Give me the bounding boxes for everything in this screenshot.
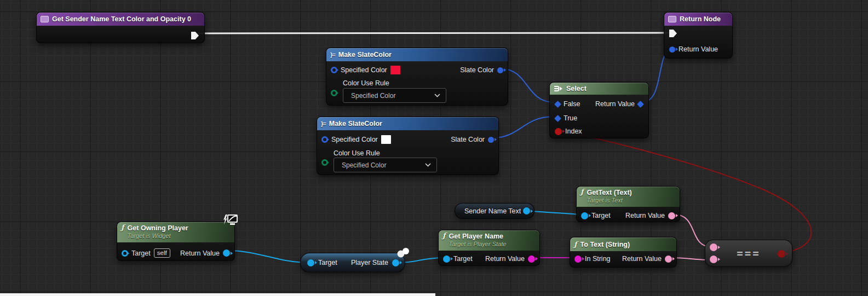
node-title: To Text (String) xyxy=(580,241,630,248)
node-title: Get Sender Name Text Color and Opacity 0 xyxy=(52,15,191,23)
pin-label: False xyxy=(564,100,580,108)
chevron-down-icon xyxy=(425,163,431,167)
pin-label: Return Value xyxy=(679,45,718,53)
color-swatch-red[interactable] xyxy=(390,66,400,74)
node-title: GetText (Text) xyxy=(587,189,632,196)
return-value-pin[interactable] xyxy=(223,249,230,257)
node-make-slatecolor-1[interactable]: }= Make SlateColor Specified Color Slate… xyxy=(326,48,508,106)
node-subtitle: Target is Player State xyxy=(449,240,507,248)
specified-color-pin[interactable] xyxy=(321,136,328,143)
self-default-value: self xyxy=(154,248,170,258)
pin-label: Specified Color xyxy=(341,66,387,74)
node-make-slatecolor-2[interactable]: }= Make SlateColor Specified Color Slate… xyxy=(317,117,499,175)
pin-label: Target xyxy=(318,259,337,266)
blueprint-graph-canvas[interactable]: Get Sender Name Text Color and Opacity 0… xyxy=(0,0,868,296)
select-icon xyxy=(554,85,563,92)
wire-sendername-to-gettext xyxy=(529,211,580,214)
function-icon: ƒ xyxy=(580,189,584,195)
in-string-pin[interactable] xyxy=(574,256,582,263)
color-use-rule-dropdown[interactable]: Specified Color xyxy=(334,158,437,172)
pin-label: Target xyxy=(131,249,151,257)
node-title: === xyxy=(737,247,760,259)
specified-color-pin[interactable] xyxy=(331,67,337,73)
color-swatch-white[interactable] xyxy=(381,135,391,144)
wire-slatecolor2-to-true xyxy=(492,117,554,138)
make-struct-icon: }= xyxy=(321,120,326,127)
node-title: Select xyxy=(566,85,587,92)
return-value-pin[interactable] xyxy=(669,47,675,53)
node-title: Return Node xyxy=(680,15,721,23)
pin-label: Return Value xyxy=(625,212,665,219)
node-get-owning-player[interactable]: ƒ Get Owning Player Target is Widget Tar… xyxy=(117,222,235,261)
output-pin[interactable] xyxy=(523,207,530,214)
true-pin[interactable] xyxy=(554,115,561,122)
dropdown-value: Specified Color xyxy=(342,161,386,169)
index-pin[interactable] xyxy=(555,128,562,135)
exec-wire xyxy=(193,33,670,33)
node-gettext[interactable]: ƒ GetText (Text) Target is Text Target R… xyxy=(576,186,680,222)
comment-bubble-icon xyxy=(396,247,411,259)
input-a-pin[interactable] xyxy=(710,243,717,251)
node-select[interactable]: Select False Return Value True Index xyxy=(549,82,649,138)
pin-label: Color Use Rule xyxy=(334,149,380,157)
wire-owningplayer-to-playerstate xyxy=(228,251,308,263)
exec-output-pin[interactable] xyxy=(191,32,199,39)
slate-color-output-pin[interactable] xyxy=(488,137,494,143)
return-value-pin[interactable] xyxy=(665,256,672,263)
client-monitor-icon xyxy=(222,213,239,227)
node-variable-sender-name-text[interactable]: Sender Name Text xyxy=(455,203,534,219)
target-pin[interactable] xyxy=(122,250,128,257)
function-entry-icon xyxy=(41,16,49,22)
exec-input-pin[interactable] xyxy=(669,30,677,37)
node-player-state[interactable]: Target Player State xyxy=(300,253,405,272)
node-title: Get Player Name xyxy=(449,233,507,240)
slate-color-output-pin[interactable] xyxy=(497,67,503,73)
function-icon: ƒ xyxy=(574,241,577,248)
pin-label: True xyxy=(564,114,577,122)
pin-label: Return Value xyxy=(180,249,220,257)
input-b-pin[interactable] xyxy=(710,256,717,263)
node-to-text[interactable]: ƒ To Text (String) In String Return Valu… xyxy=(570,237,677,268)
node-function-entry[interactable]: Get Sender Name Text Color and Opacity 0 xyxy=(36,12,205,43)
target-pin[interactable] xyxy=(443,256,450,263)
node-subtitle: Target is Widget xyxy=(128,232,188,240)
function-icon: ƒ xyxy=(442,233,446,239)
node-title: Make SlateColor xyxy=(329,120,382,127)
color-use-rule-pin[interactable] xyxy=(321,159,328,166)
pin-label: Return Value xyxy=(595,100,635,108)
target-pin[interactable] xyxy=(581,212,588,219)
function-result-icon xyxy=(668,16,676,22)
pin-label: Target xyxy=(453,255,473,263)
node-equal-text[interactable]: === xyxy=(705,240,792,267)
wire-slatecolor1-to-false xyxy=(502,69,554,102)
node-title: Get Owning Player xyxy=(128,224,188,232)
pin-label: Index xyxy=(565,127,582,135)
node-subtitle: Target is Text xyxy=(587,196,632,204)
return-value-pin[interactable] xyxy=(528,256,535,263)
pin-label: Slate Color xyxy=(451,136,485,143)
node-title: Make SlateColor xyxy=(338,51,392,59)
function-icon: ƒ xyxy=(121,224,124,231)
variable-label: Sender Name Text xyxy=(464,207,521,215)
return-value-pin[interactable] xyxy=(637,101,644,108)
pin-label: Specified Color xyxy=(331,136,378,143)
node-get-player-name[interactable]: ƒ Get Player Name Target is Player State… xyxy=(438,230,540,266)
return-value-pin[interactable] xyxy=(668,212,675,219)
pin-label: Player State xyxy=(351,259,388,266)
pin-label: Slate Color xyxy=(460,66,494,74)
make-struct-icon: }= xyxy=(330,51,335,58)
pin-label: Target xyxy=(591,212,611,219)
pin-label: Color Use Rule xyxy=(343,79,389,87)
bool-output-pin[interactable] xyxy=(778,250,785,258)
target-pin[interactable] xyxy=(307,259,314,266)
player-state-output-pin[interactable] xyxy=(392,259,399,266)
dropdown-value: Specified Color xyxy=(351,92,395,100)
pin-label: In String xyxy=(585,255,611,263)
chevron-down-icon xyxy=(434,94,440,97)
node-return[interactable]: Return Node Return Value xyxy=(664,12,733,59)
pin-label: Return Value xyxy=(622,255,662,263)
color-use-rule-dropdown[interactable]: Specified Color xyxy=(343,88,446,103)
false-pin[interactable] xyxy=(554,101,561,108)
color-use-rule-pin[interactable] xyxy=(331,90,337,96)
window-edge xyxy=(0,293,435,296)
